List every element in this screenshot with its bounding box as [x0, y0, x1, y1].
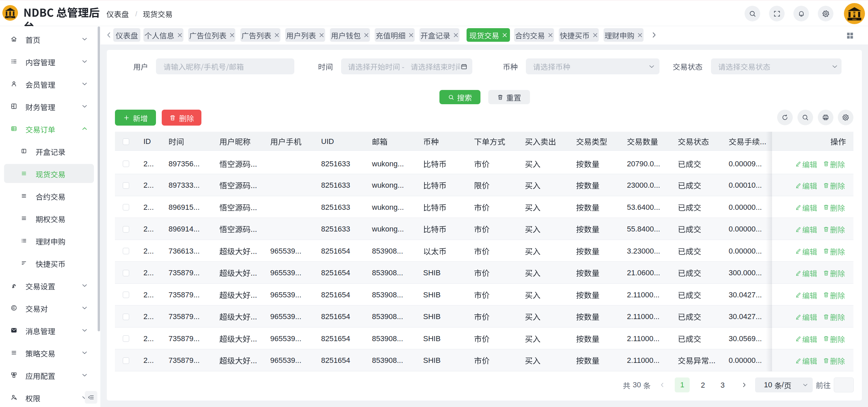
svg-text:NDBC: NDBC [852, 19, 857, 20]
svg-text:NDBC: NDBC [8, 17, 12, 18]
svg-text:B: B [853, 12, 856, 16]
